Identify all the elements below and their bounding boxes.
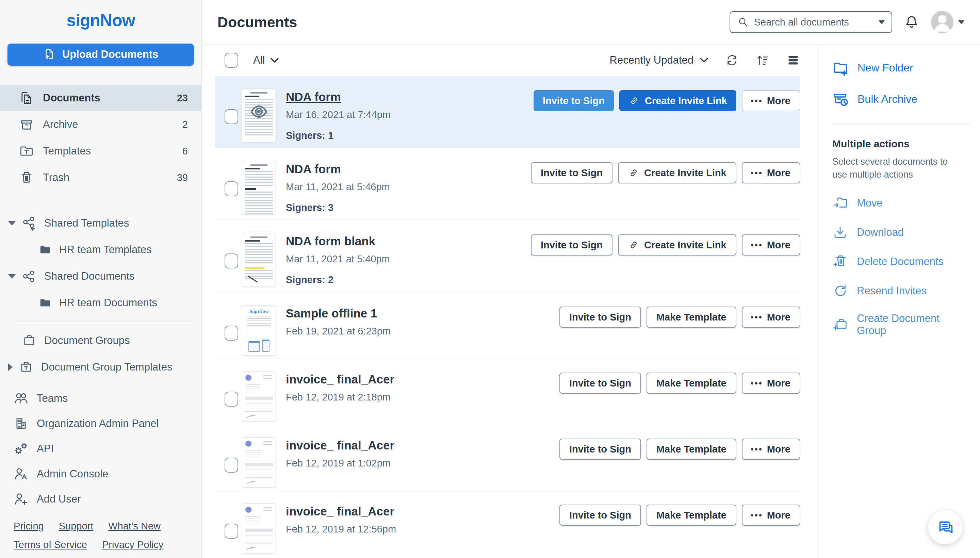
more-button[interactable]: More [742,90,800,111]
document-row[interactable]: invoice_ final_Acer Feb 12, 2019 at 12:5… [215,490,800,556]
create-invite-link-button[interactable]: Create Invite Link [619,90,736,111]
sidebar-item-shared-documents[interactable]: Shared Documents [0,263,202,290]
document-group-templates-case-icon [19,359,34,374]
sidebar-item-admin-console[interactable]: Admin Console [0,461,202,487]
invite-to-sign-button[interactable]: Invite to Sign [560,505,641,526]
make-template-button[interactable]: Make Template [647,438,736,460]
document-row[interactable]: NDA form blank Mar 11, 2021 at 5:40pm Si… [215,220,800,292]
document-thumbnail[interactable] [242,371,276,422]
folder-filled-icon [39,243,52,256]
row-checkbox[interactable] [225,326,238,341]
document-thumbnail[interactable] [242,89,276,143]
sidebar-item-organization-admin-panel[interactable]: Organization Admin Panel [0,411,202,436]
document-title[interactable]: NDA form [286,162,390,176]
invite-to-sign-button[interactable]: Invite to Sign [531,235,612,256]
sidebar-item-hr-team-templates[interactable]: HR team Templates [0,236,202,263]
document-thumbnail[interactable] [242,503,276,553]
row-checkbox[interactable] [225,458,238,473]
sidebar-item-shared-templates[interactable]: Shared Templates [0,210,202,236]
terms-of-service-link[interactable]: Terms of Service [14,539,87,550]
document-row[interactable]: invoice_ final_Acer Feb 12, 2019 at 1:02… [215,424,800,490]
document-row[interactable]: NDA form Mar 16, 2021 at 7:44pm Signers:… [215,76,800,148]
document-title[interactable]: NDA form [286,90,391,104]
more-button[interactable]: More [742,235,800,256]
document-row[interactable]: NDA form Mar 11, 2021 at 5:46pm Signers:… [215,148,800,220]
user-avatar-icon[interactable] [931,11,954,33]
more-button[interactable]: More [742,162,800,184]
row-checkbox[interactable] [225,524,238,538]
document-signers: Signers: 2 [286,274,390,286]
support-link[interactable]: Support [59,520,94,532]
select-all-checkbox[interactable] [225,53,238,68]
sidebar-item-documents[interactable]: Documents 23 [0,85,202,111]
sidebar-item-document-group-templates[interactable]: Document Group Templates [0,354,202,381]
search-input[interactable] [754,17,874,28]
sidebar-item-hr-team-documents[interactable]: HR team Documents [0,290,202,316]
sidebar-item-templates[interactable]: Templates 6 [0,138,202,164]
sidebar-item-trash[interactable]: Trash 39 [0,164,202,191]
notification-bell-icon[interactable] [904,14,919,30]
create-invite-link-button[interactable]: Create Invite Link [618,235,736,256]
signnow-logo[interactable]: signNow [66,11,135,30]
sidebar-item-api[interactable]: API [0,436,202,461]
download-action[interactable]: Download [832,225,970,240]
row-checkbox[interactable] [225,392,238,407]
document-title[interactable]: NDA form blank [286,235,390,248]
ellipsis-icon [755,316,757,318]
more-button[interactable]: More [742,373,800,394]
search-box[interactable] [730,11,892,33]
filter-all-dropdown[interactable]: All [253,54,279,66]
chevron-right-icon[interactable] [8,363,13,371]
create-invite-link-button[interactable]: Create Invite Link [618,162,736,184]
sidebar-item-document-groups[interactable]: Document Groups [0,327,202,354]
sidebar-item-teams[interactable]: Teams [0,386,202,411]
chat-support-button[interactable] [928,510,962,544]
make-template-button[interactable]: Make Template [647,373,736,394]
document-title[interactable]: invoice_ final_Acer [286,438,394,452]
chevron-down-icon[interactable] [8,221,16,226]
account-menu[interactable] [931,11,964,33]
document-title[interactable]: invoice_ final_Acer [286,373,394,386]
row-checkbox[interactable] [225,109,238,124]
bulk-archive-button[interactable]: Bulk Archive [832,91,970,107]
move-action[interactable]: Move [832,195,970,211]
trash-count: 39 [177,172,188,184]
privacy-policy-link[interactable]: Privacy Policy [102,539,164,550]
make-template-button[interactable]: Make Template [647,307,736,328]
invite-to-sign-button[interactable]: Invite to Sign [531,162,612,184]
sort-order-icon[interactable] [755,53,770,67]
make-template-button[interactable]: Make Template [647,505,736,526]
document-thumbnail[interactable] [242,437,276,487]
list-view-icon[interactable] [786,53,800,67]
invite-to-sign-button[interactable]: Invite to Sign [560,307,641,328]
row-checkbox[interactable] [225,181,238,196]
more-button[interactable]: More [742,438,800,460]
document-thumbnail[interactable]: SignNow [242,305,276,356]
resend-invites-action[interactable]: Resend Invites [832,283,970,299]
invite-to-sign-button[interactable]: Invite to Sign [560,438,641,460]
sort-by-dropdown[interactable]: Recently Updated [610,54,708,66]
sidebar-item-archive[interactable]: Archive 2 [0,111,202,138]
chevron-down-icon[interactable] [8,274,16,279]
upload-documents-button[interactable]: Upload Documents [8,44,194,66]
row-checkbox[interactable] [225,253,238,268]
refresh-icon[interactable] [725,53,739,67]
delete-documents-action[interactable]: Delete Documents [832,254,970,269]
invite-to-sign-button[interactable]: Invite to Sign [560,373,641,394]
whats-new-link[interactable]: What's New [108,520,161,532]
create-document-group-action[interactable]: Create Document Group [832,312,970,337]
document-row[interactable]: SignNow Sample offline 1 Feb 19, 2021 at… [215,292,800,358]
document-thumbnail[interactable] [242,233,276,287]
download-icon [832,225,848,240]
more-button[interactable]: More [742,505,800,526]
document-title[interactable]: Sample offline 1 [286,307,391,320]
sidebar-item-add-user[interactable]: Add User [0,487,202,512]
document-title[interactable]: invoice_ final_Acer [286,505,396,518]
document-row[interactable]: invoice_ final_Acer Feb 12, 2019 at 2:18… [215,358,800,424]
pricing-link[interactable]: Pricing [14,520,44,532]
invite-to-sign-button[interactable]: Invite to Sign [534,90,614,111]
document-thumbnail[interactable] [242,161,276,215]
more-button[interactable]: More [742,307,800,328]
search-scope-dropdown-icon[interactable] [878,20,885,24]
new-folder-button[interactable]: New Folder [832,59,970,76]
